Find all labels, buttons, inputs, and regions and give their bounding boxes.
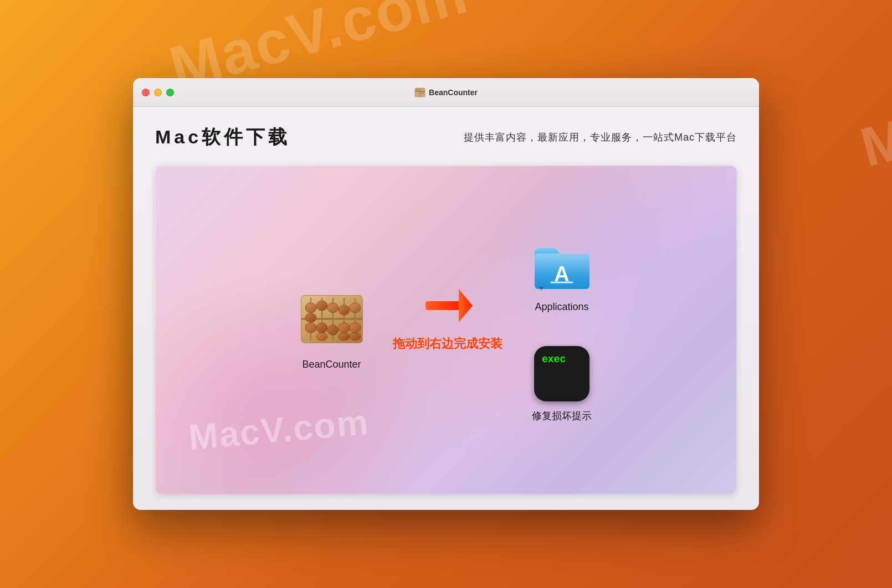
- titlebar-center: BeanCounter: [414, 87, 478, 98]
- svg-point-3: [416, 89, 418, 90]
- dmg-content: BeanCounter: [155, 166, 737, 494]
- header-section: Mac软件下载 提供丰富内容，最新应用，专业服务，一站式Mac下载平台: [155, 125, 737, 150]
- titlebar: BeanCounter: [133, 78, 759, 107]
- svg-rect-29: [301, 296, 362, 343]
- drag-label: 拖动到右边完成安装: [393, 336, 503, 352]
- close-button[interactable]: [142, 89, 150, 96]
- macos-window: BeanCounter Mac软件下载 提供丰富内容，最新应用，专业服务，一站式…: [133, 78, 759, 510]
- exec-section[interactable]: exec 修复损坏提示: [532, 346, 592, 422]
- svg-point-6: [423, 92, 424, 94]
- drag-arrow-icon: [423, 286, 473, 331]
- maximize-button[interactable]: [166, 89, 174, 96]
- header-left-text: Mac软件下载: [155, 125, 290, 150]
- bg-watermark-right: M: [854, 106, 892, 179]
- exec-text: exec: [542, 354, 566, 365]
- beancounter-label: BeanCounter: [302, 359, 361, 370]
- svg-point-4: [418, 89, 419, 90]
- app-icon-small: [414, 87, 426, 98]
- right-section: A Applications exec 修复损坏提示: [530, 238, 594, 422]
- header-right-text: 提供丰富内容，最新应用，专业服务，一站式Mac下载平台: [464, 131, 737, 144]
- window-title: BeanCounter: [429, 88, 478, 97]
- applications-label: Applications: [535, 301, 588, 313]
- window-content: Mac软件下载 提供丰富内容，最新应用，专业服务，一站式Mac下载平台 MacV…: [133, 107, 759, 510]
- dmg-area: MacV.com: [155, 166, 737, 494]
- arrow-section: 拖动到右边完成安装: [393, 286, 503, 352]
- exec-label: 修复损坏提示: [532, 409, 592, 422]
- traffic-lights: [142, 89, 174, 96]
- svg-point-5: [421, 92, 423, 94]
- app-icon-section: BeanCounter: [299, 290, 365, 370]
- minimize-button[interactable]: [154, 89, 162, 96]
- svg-marker-31: [459, 289, 473, 322]
- applications-section[interactable]: A Applications: [530, 238, 594, 313]
- exec-icon[interactable]: exec: [534, 346, 589, 401]
- svg-rect-30: [426, 301, 460, 310]
- beancounter-icon[interactable]: [299, 290, 365, 351]
